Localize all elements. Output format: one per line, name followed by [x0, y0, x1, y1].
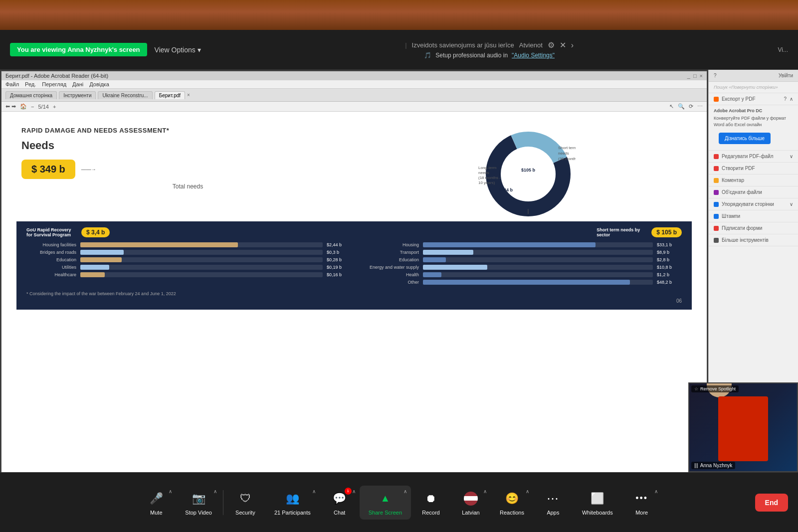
- share-screen-icon: ▲: [376, 490, 394, 508]
- left-bar-row: Utilities $0,19 b: [26, 265, 349, 270]
- audio-settings-link[interactable]: "Audio Settings": [512, 52, 555, 59]
- toolbar-divider-1: [223, 490, 223, 515]
- security-icon: 🛡: [236, 490, 254, 508]
- chevron-up-icon[interactable]: ∧: [169, 489, 172, 494]
- toolbar-item-more[interactable]: ∧ ••• More: [622, 486, 662, 520]
- zoom-center-info: | Izveidots savienojums ar jūsu ierīce A…: [208, 40, 771, 59]
- create-pdf-item[interactable]: Створити PDF: [709, 163, 798, 175]
- more-icon: •••: [633, 490, 651, 508]
- chevron-up-icon-lv[interactable]: ∧: [483, 489, 487, 494]
- toolbar-zoom[interactable]: 🔍: [678, 103, 685, 110]
- acrobat-help[interactable]: ?: [714, 73, 717, 78]
- organize-item[interactable]: Упорядкувати сторінки ∨: [709, 198, 798, 210]
- gear-icon[interactable]: ⚙: [548, 40, 555, 50]
- toolbar-cursor[interactable]: ↖: [669, 103, 674, 110]
- remove-spotlight-button[interactable]: ☆ Remove Spotlight: [691, 385, 739, 392]
- pdf-toolbar: ⬅ ➡ 🏠 − 5/14 + ↖ 🔍 ⟳ ⋯: [1, 102, 707, 112]
- export-pdf-item[interactable]: Експорт у PDF ? ∧: [709, 93, 798, 105]
- participants-icon: 👥: [283, 490, 301, 508]
- stamps-item[interactable]: Штампи: [709, 210, 798, 222]
- toolbar-zoom-out[interactable]: −: [31, 104, 34, 110]
- apps-icon: ⋯: [544, 490, 562, 508]
- right-bar-group: Housing $33,1 b Transport $8,9 b Educati…: [359, 242, 682, 287]
- toolbar-item-mute[interactable]: ∧ 🎤 Mute: [136, 486, 176, 520]
- left-bar-row: Bridges and roads $0,3 b: [26, 250, 349, 255]
- short-term-amount: $ 105 b: [651, 227, 682, 237]
- toolbar-zoom-in[interactable]: +: [53, 104, 56, 110]
- chevron-up-icon-chat[interactable]: ∧: [352, 489, 356, 494]
- chevron-up-icon-video[interactable]: ∧: [213, 489, 217, 494]
- participant-figure: [718, 396, 768, 461]
- program-box: GoU Rapid Recovery for Survival Program …: [26, 227, 110, 237]
- main-content: Берит.pdf - Adobe Acrobat Reader (64-bit…: [0, 70, 798, 472]
- bottom-toolbar: ∧ 🎤 Mute ∧ 📷 Stop Video 🛡 Security ∧ 👥 2…: [0, 472, 798, 532]
- lower-section: GoU Rapid Recovery for Survival Program …: [16, 221, 692, 310]
- toolbar-more[interactable]: ⋯: [697, 103, 703, 110]
- chevron-up-icon-share[interactable]: ∧: [403, 489, 407, 494]
- chevron-up-icon-more[interactable]: ∧: [654, 489, 658, 494]
- right-bar-row: Transport $8,9 b: [359, 250, 682, 255]
- toolbar-rotate[interactable]: ⟳: [689, 103, 693, 110]
- comment-icon: [714, 178, 719, 183]
- slide-right: $105 b $244 b Short term needs (36 month…: [359, 122, 692, 221]
- toolbar-item-apps[interactable]: ⋯ Apps: [533, 486, 573, 520]
- combine-item[interactable]: Об'єднати файли: [709, 186, 798, 198]
- menu-edit[interactable]: Ред.: [25, 81, 36, 87]
- slide-upper: RAPID DAMAGE AND NEEDS ASSESSMENT* Needs…: [16, 122, 692, 221]
- minimize-icon[interactable]: _: [687, 73, 690, 79]
- chevron-up-icon-participants[interactable]: ∧: [312, 489, 316, 494]
- exit-button[interactable]: Увійти: [779, 73, 793, 78]
- fillsign-item[interactable]: Підписати форми: [709, 222, 798, 234]
- slide-content: RAPID DAMAGE AND NEEDS ASSESSMENT* Needs…: [1, 112, 707, 472]
- toolbar-item-share-screen[interactable]: ∧ ▲ Share Screen: [360, 486, 411, 520]
- chevron-up-icon-reactions[interactable]: ∧: [526, 489, 529, 494]
- tab-tools[interactable]: Інструменти: [59, 91, 96, 99]
- toolbar-item-chat[interactable]: ∧ 💬 1 Chat: [320, 486, 360, 520]
- slide-left: RAPID DAMAGE AND NEEDS ASSESSMENT* Needs…: [16, 122, 359, 221]
- toolbar-item-security[interactable]: 🛡 Security: [225, 486, 265, 520]
- donut-chart: $105 b $244 b Short term needs (36 month…: [476, 127, 576, 216]
- share-icon[interactable]: ✕: [560, 40, 566, 50]
- menu-data[interactable]: Дані: [72, 81, 83, 87]
- tab-home[interactable]: Домашня сторінка: [5, 91, 57, 99]
- mute-icon: 🎤: [147, 490, 165, 508]
- toolbar-item-whiteboards[interactable]: ⬜ Whiteboards: [573, 486, 622, 520]
- toolbar-nav[interactable]: ⬅ ➡: [5, 103, 16, 110]
- tab-berit[interactable]: Берит.pdf: [155, 91, 185, 99]
- svg-text:needs: needs: [558, 151, 569, 156]
- menu-help[interactable]: Довідка: [89, 81, 109, 87]
- participant-label: ||| Anna Nyzhnyk: [691, 462, 735, 469]
- organize-icon: [714, 202, 719, 207]
- sidebar-search: Пошук «Повернути сторінки»: [709, 82, 798, 93]
- toolbar-item-record[interactable]: ⏺ Record: [411, 486, 451, 520]
- toolbar-item-participants[interactable]: ∧ 👥 21 Participants: [265, 486, 320, 520]
- acrobat-pro-section: Adobe Acrobat Pro DC Конвертуйте PDF фай…: [709, 105, 798, 151]
- connection-bar: | Izveidots savienojums ar jūsu ierīce A…: [405, 40, 574, 50]
- left-bar-row: Education $0,28 b: [26, 257, 349, 262]
- left-bar-row: Housing facilities $2,44 b: [26, 242, 349, 247]
- comment-item[interactable]: Коментар: [709, 175, 798, 186]
- tab-close[interactable]: ×: [187, 92, 190, 98]
- toolbar-item-stop-video[interactable]: ∧ 📷 Stop Video: [176, 486, 221, 520]
- moretools-item[interactable]: Більше інструментів: [709, 234, 798, 246]
- upgrade-button[interactable]: Дізнатись більше: [719, 133, 771, 144]
- toolbar-item-latvian[interactable]: ∧ LV Latvian: [451, 486, 491, 520]
- svg-text:10 years): 10 years): [478, 180, 495, 185]
- menu-file[interactable]: Файл: [5, 81, 19, 87]
- edit-pdf-item[interactable]: Редагувати PDF-файл ∨: [709, 151, 798, 163]
- right-bar-row: Health $1,2 b: [359, 272, 682, 277]
- toolbar-home[interactable]: 🏠: [20, 103, 27, 110]
- menu-view[interactable]: Перегляд: [42, 81, 66, 87]
- svg-point-2: [508, 154, 548, 194]
- moretools-icon: [714, 238, 719, 243]
- tab-ukraine[interactable]: Ukraine Reconstru...: [98, 91, 152, 99]
- latvian-flag-icon: LV: [462, 490, 480, 508]
- close-icon[interactable]: ×: [700, 73, 703, 79]
- disconnect-button[interactable]: Atvienot: [519, 41, 543, 49]
- maximize-icon[interactable]: □: [693, 73, 697, 79]
- view-options-button[interactable]: View Options ▾: [155, 46, 201, 54]
- toolbar-item-reactions[interactable]: ∧ 😊 Reactions: [491, 486, 533, 520]
- chevron-right-icon[interactable]: ›: [571, 41, 574, 50]
- end-button[interactable]: End: [755, 494, 788, 512]
- whiteboard-icon: ⬜: [589, 490, 606, 508]
